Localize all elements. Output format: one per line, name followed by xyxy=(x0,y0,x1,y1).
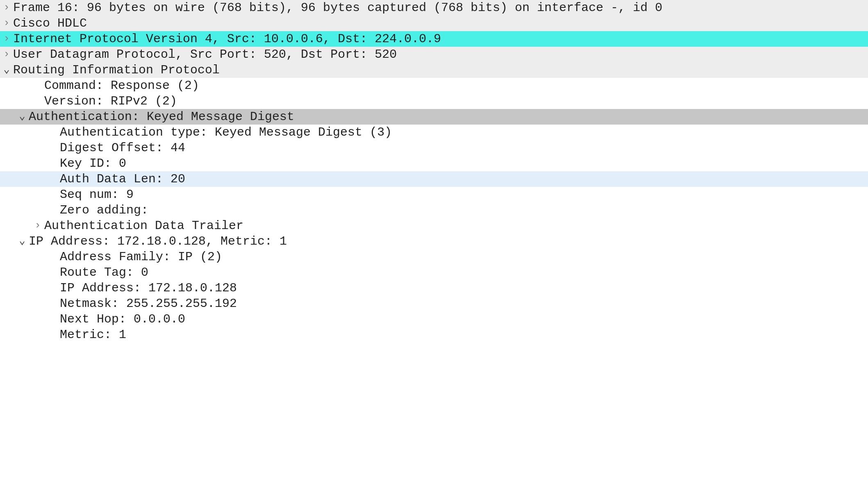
chevron-right-icon[interactable]: › xyxy=(0,16,13,30)
toggle-placeholder xyxy=(16,94,29,108)
tree-row[interactable]: Next Hop: 0.0.0.0 xyxy=(0,311,868,327)
tree-row-label: Zero adding: xyxy=(60,202,868,218)
tree-row-label: Netmask: 255.255.255.192 xyxy=(60,296,868,311)
tree-row-label: Authentication type: Keyed Message Diges… xyxy=(60,125,868,140)
toggle-placeholder xyxy=(31,281,44,295)
tree-row-label: User Datagram Protocol, Src Port: 520, D… xyxy=(13,47,868,62)
tree-row[interactable]: ›Authentication Data Trailer xyxy=(0,218,868,234)
tree-row[interactable]: Digest Offset: 44 xyxy=(0,140,868,156)
tree-row-label: Address Family: IP (2) xyxy=(60,249,868,265)
tree-row[interactable]: ⌄Routing Information Protocol xyxy=(0,62,868,78)
toggle-placeholder xyxy=(31,266,44,279)
tree-row-label: Authentication: Keyed Message Digest xyxy=(29,109,868,125)
tree-row-label: Frame 16: 96 bytes on wire (768 bits), 9… xyxy=(13,0,868,16)
tree-row-label: Authentication Data Trailer xyxy=(44,218,868,234)
tree-row-label: Command: Response (2) xyxy=(44,78,868,93)
toggle-placeholder xyxy=(31,157,44,170)
toggle-placeholder xyxy=(31,203,44,217)
tree-row-label: Cisco HDLC xyxy=(13,16,868,31)
tree-row[interactable]: Key ID: 0 xyxy=(0,156,868,171)
packet-details-tree: ›Frame 16: 96 bytes on wire (768 bits), … xyxy=(0,0,868,343)
tree-row[interactable]: ⌄Authentication: Keyed Message Digest xyxy=(0,109,868,125)
toggle-placeholder xyxy=(16,79,29,92)
tree-row[interactable]: Route Tag: 0 xyxy=(0,265,868,280)
tree-row[interactable]: ›Internet Protocol Version 4, Src: 10.0.… xyxy=(0,31,868,47)
toggle-placeholder xyxy=(31,328,44,341)
tree-row[interactable]: IP Address: 172.18.0.128 xyxy=(0,280,868,296)
tree-row[interactable]: Version: RIPv2 (2) xyxy=(0,93,868,109)
tree-row-label: Version: RIPv2 (2) xyxy=(44,93,868,109)
toggle-placeholder xyxy=(31,188,44,201)
chevron-right-icon[interactable]: › xyxy=(31,219,44,232)
tree-row[interactable]: Authentication type: Keyed Message Diges… xyxy=(0,125,868,140)
tree-row[interactable]: Auth Data Len: 20 xyxy=(0,171,868,187)
tree-row-label: Routing Information Protocol xyxy=(13,62,868,78)
tree-row[interactable]: Netmask: 255.255.255.192 xyxy=(0,296,868,311)
tree-row-label: Internet Protocol Version 4, Src: 10.0.0… xyxy=(13,31,868,47)
toggle-placeholder xyxy=(31,297,44,310)
tree-row-label: Digest Offset: 44 xyxy=(60,140,868,156)
tree-row-label: Auth Data Len: 20 xyxy=(60,171,868,187)
tree-row[interactable]: ›User Datagram Protocol, Src Port: 520, … xyxy=(0,47,868,62)
chevron-right-icon[interactable]: › xyxy=(0,1,13,14)
chevron-down-icon[interactable]: ⌄ xyxy=(16,110,29,123)
tree-row-label: Next Hop: 0.0.0.0 xyxy=(60,311,868,327)
tree-row[interactable]: Seq num: 9 xyxy=(0,187,868,202)
toggle-placeholder xyxy=(31,125,44,139)
tree-row[interactable]: ›Frame 16: 96 bytes on wire (768 bits), … xyxy=(0,0,868,16)
tree-row[interactable]: Zero adding: xyxy=(0,202,868,218)
chevron-down-icon[interactable]: ⌄ xyxy=(0,63,13,77)
tree-row-label: IP Address: 172.18.0.128 xyxy=(60,280,868,296)
tree-row-label: Seq num: 9 xyxy=(60,187,868,202)
tree-row-label: IP Address: 172.18.0.128, Metric: 1 xyxy=(29,234,868,249)
tree-row[interactable]: ›Cisco HDLC xyxy=(0,16,868,31)
toggle-placeholder xyxy=(31,312,44,326)
tree-row-label: Route Tag: 0 xyxy=(60,265,868,280)
tree-row-label: Key ID: 0 xyxy=(60,156,868,171)
toggle-placeholder xyxy=(31,250,44,263)
tree-row[interactable]: Metric: 1 xyxy=(0,327,868,343)
tree-row-label: Metric: 1 xyxy=(60,327,868,343)
toggle-placeholder xyxy=(31,172,44,186)
tree-row[interactable]: Address Family: IP (2) xyxy=(0,249,868,265)
chevron-right-icon[interactable]: › xyxy=(0,32,13,45)
chevron-down-icon[interactable]: ⌄ xyxy=(16,234,29,248)
toggle-placeholder xyxy=(31,141,44,154)
chevron-right-icon[interactable]: › xyxy=(0,48,13,61)
tree-row[interactable]: Command: Response (2) xyxy=(0,78,868,93)
tree-row[interactable]: ⌄IP Address: 172.18.0.128, Metric: 1 xyxy=(0,234,868,249)
